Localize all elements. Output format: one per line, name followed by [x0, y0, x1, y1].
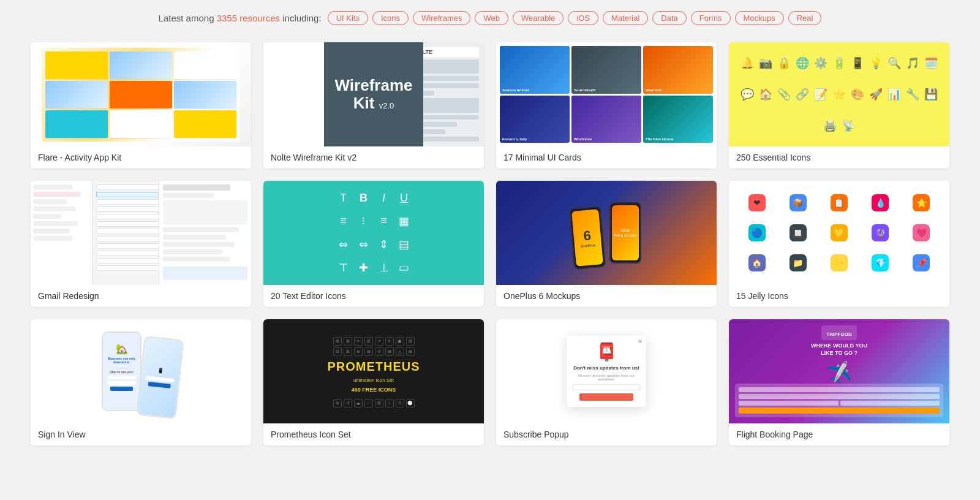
tag-mockups[interactable]: Mockups — [735, 11, 784, 25]
card-prometheus[interactable]: ⊞ ⊞ ✂ ⊞ ↗ # ▣ ⊞ ⊟ ⊞ ⊕ ⊞ ↺ ⊞ △ ⊞ P — [263, 319, 484, 445]
card-gmail[interactable]: ✏️ Gmail Redesign — [31, 181, 251, 307]
resource-grid: Flare - Activity App Kit WireframeKit v2… — [0, 36, 980, 464]
card-wireframe-title: Nolte Wireframe Kit v2 — [263, 146, 484, 169]
tag-web[interactable]: Web — [475, 11, 508, 25]
card-flare[interactable]: Flare - Activity App Kit — [31, 42, 251, 169]
card-icons250[interactable]: 🔔 📷 🔒 🌐 ⚙️ 🔋 📱 💡 🔍 🎵 🗓️ 💬 🏠 📎 🔗 📝 ⭐ 🎨 🚀 — [729, 42, 949, 169]
card-signin-title: Sign In View — [31, 423, 251, 445]
tag-material[interactable]: Material — [603, 11, 648, 25]
card-gmail-title: Gmail Redesign — [31, 285, 251, 307]
latest-label: Latest among 3355 resources including: — [159, 13, 322, 23]
card-oneplus-title: OnePlus 6 Mockups — [496, 285, 717, 307]
card-flight-title: Flight Booking Page — [729, 423, 949, 445]
card-oneplus[interactable]: 6 OnePlus 10:51 Flare 11 icon OnePlus 6 … — [496, 181, 717, 307]
top-bar: Latest among 3355 resources including: U… — [0, 0, 980, 36]
tag-ios[interactable]: iOS — [568, 11, 598, 25]
card-signin[interactable]: 🏡 Mansions you only dreamed of. Glad to … — [31, 319, 251, 445]
tag-wearable[interactable]: Wearable — [513, 11, 564, 25]
tag-ui-kits[interactable]: UI Kits — [328, 11, 368, 25]
resource-count[interactable]: 3355 resources — [217, 13, 280, 23]
card-texteditor[interactable]: T B I U ≡ ⫶ ≡ ▦ ⇔ ⇔ ⇕ ▤ ⊤ ✚ ⊥ ▭ — [263, 181, 484, 307]
icons250-icon: 🔔 — [741, 56, 754, 70]
card-wireframe[interactable]: WireframeKit v2.0 NOLTE Nolte Wireframe … — [263, 42, 484, 169]
tag-wireframes[interactable]: Wireframes — [413, 11, 470, 25]
card-17cards[interactable]: Serious Animal SourceEarth Wearable Flor… — [496, 42, 717, 169]
card-subscribe-title: Subscribe Popup — [496, 423, 717, 445]
card-subscribe[interactable]: ✕ 📮 Don't miss updates from us! Mission … — [496, 319, 717, 445]
card-texteditor-title: 20 Text Editor Icons — [263, 285, 484, 307]
tag-list: UI Kits Icons Wireframes Web Wearable iO… — [328, 11, 822, 25]
card-jelly-title: 15 Jelly Icons — [729, 285, 949, 307]
tag-real[interactable]: Real — [788, 11, 822, 25]
tag-icons[interactable]: Icons — [372, 11, 409, 25]
card-jelly[interactable]: ❤ 📦 📋 💧 ⭐ 🔵 🔲 💛 🔮 💗 🏠 📁 🌟 💎 📌 15 Jelly I… — [729, 181, 949, 307]
card-icons250-title: 250 Essential Icons — [729, 146, 949, 169]
card-prometheus-title: Prometheus Icon Set — [263, 423, 484, 445]
card-flight[interactable]: TRIPFOOD WHERE WOULD YOULIKE TO GO ? ✈️ … — [729, 319, 949, 445]
tag-data[interactable]: Data — [652, 11, 686, 25]
card-17cards-title: 17 Minimal UI Cards — [496, 146, 717, 169]
card-flare-title: Flare - Activity App Kit — [31, 146, 251, 169]
tag-forms[interactable]: Forms — [691, 11, 731, 25]
